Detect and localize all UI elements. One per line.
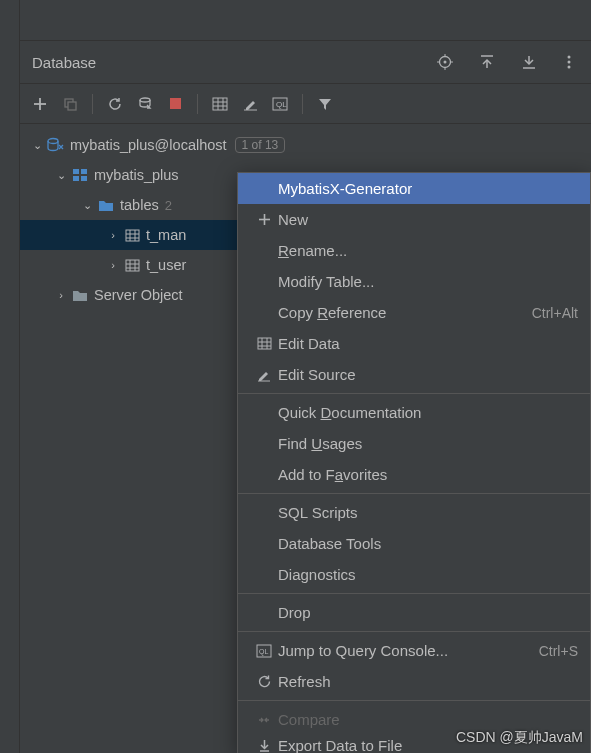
menu-diagnostics[interactable]: Diagnostics (238, 559, 590, 590)
menu-new[interactable]: New (238, 204, 590, 235)
table-icon (122, 259, 142, 272)
svg-rect-31 (126, 230, 139, 241)
menu-modify-table[interactable]: Modify Table... (238, 266, 590, 297)
chevron-right-icon: › (104, 229, 122, 241)
svg-rect-16 (68, 102, 76, 110)
plus-icon (250, 213, 278, 226)
edit-icon[interactable] (238, 92, 262, 116)
menu-refresh[interactable]: Refresh (238, 666, 590, 697)
menu-drop[interactable]: Drop (238, 597, 590, 628)
menu-edit-data[interactable]: Edit Data (238, 328, 590, 359)
svg-rect-43 (258, 338, 271, 349)
schema-icon (70, 168, 90, 182)
svg-rect-29 (73, 176, 79, 181)
folder-icon (96, 199, 116, 212)
svg-rect-27 (73, 169, 79, 174)
collapse-icon[interactable] (475, 50, 499, 74)
menu-database-tools[interactable]: Database Tools (238, 528, 590, 559)
datasource-icon (46, 137, 66, 153)
chevron-down-icon: ⌄ (78, 199, 96, 212)
svg-rect-36 (126, 260, 139, 271)
datasource-node[interactable]: ⌄ mybatis_plus@localhost 1 of 13 (20, 130, 591, 160)
edit-icon (250, 368, 278, 382)
svg-point-26 (48, 139, 58, 144)
chevron-down-icon: ⌄ (28, 139, 46, 152)
compare-icon (250, 713, 278, 727)
target-icon[interactable] (433, 50, 457, 74)
svg-rect-30 (81, 176, 87, 181)
svg-point-17 (140, 98, 150, 102)
schema-label: mybatis_plus (94, 167, 179, 183)
table-label: t_user (146, 257, 186, 273)
menu-copy-reference[interactable]: Copy Reference Ctrl+Alt (238, 297, 590, 328)
database-panel-header: Database (20, 40, 591, 84)
menu-quick-documentation[interactable]: Quick Documentation (238, 397, 590, 428)
filter-icon[interactable] (313, 92, 337, 116)
svg-point-12 (568, 66, 571, 69)
menu-sql-scripts[interactable]: SQL Scripts (238, 497, 590, 528)
expand-icon[interactable] (517, 50, 541, 74)
svg-point-10 (568, 56, 571, 59)
chevron-right-icon: › (104, 259, 122, 271)
refresh-button[interactable] (103, 92, 127, 116)
add-button[interactable] (28, 92, 52, 116)
panel-title: Database (32, 54, 96, 71)
table-icon (122, 229, 142, 242)
chevron-down-icon: ⌄ (52, 169, 70, 182)
svg-point-1 (444, 61, 447, 64)
menu-rename[interactable]: Rename... (238, 235, 590, 266)
table-icon[interactable] (208, 92, 232, 116)
tables-label: tables (120, 197, 159, 213)
console-icon: QL (250, 644, 278, 658)
menu-edit-source[interactable]: Edit Source (238, 359, 590, 390)
table-label: t_man (146, 227, 186, 243)
svg-text:QL: QL (276, 100, 287, 109)
sync-button[interactable] (133, 92, 157, 116)
console-icon[interactable]: QL (268, 92, 292, 116)
chevron-right-icon: › (52, 289, 70, 301)
tables-count: 2 (165, 198, 172, 213)
copy-button[interactable] (58, 92, 82, 116)
svg-rect-28 (81, 169, 87, 174)
table-icon (250, 337, 278, 350)
server-objects-label: Server Object (94, 287, 183, 303)
svg-text:QL: QL (259, 648, 268, 656)
context-menu: MybatisX-Generator New Rename... Modify … (237, 172, 591, 753)
refresh-icon (250, 674, 278, 689)
stop-button[interactable] (163, 92, 187, 116)
settings-icon[interactable] (559, 50, 583, 74)
folder-icon (70, 289, 90, 302)
svg-point-11 (568, 61, 571, 64)
menu-mybatisx-generator[interactable]: MybatisX-Generator (238, 173, 590, 204)
menu-jump-query-console[interactable]: QL Jump to Query Console... Ctrl+S (238, 635, 590, 666)
menu-find-usages[interactable]: Find Usages (238, 428, 590, 459)
download-icon (250, 739, 278, 752)
watermark: CSDN @夏帅JavaM (456, 729, 583, 747)
svg-rect-18 (213, 98, 227, 110)
toolbar: QL (20, 84, 591, 124)
datasource-badge: 1 of 13 (235, 137, 286, 153)
datasource-label: mybatis_plus@localhost (70, 137, 227, 153)
menu-add-favorites[interactable]: Add to Favorites (238, 459, 590, 490)
